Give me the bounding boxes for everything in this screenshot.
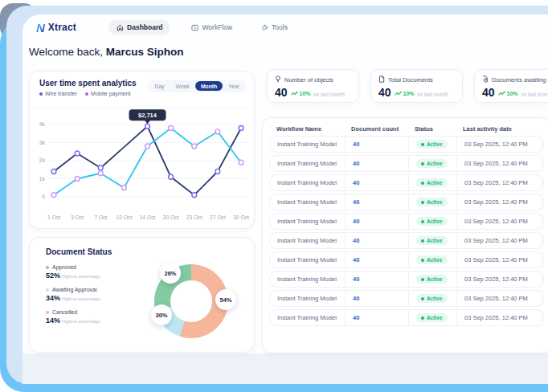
kpi-trend-note: vs last month — [521, 92, 548, 97]
trend-up-icon — [395, 91, 402, 96]
details-cell — [542, 156, 548, 171]
last-activity-cell: 03 Sep 2025, 12:40 PM — [456, 175, 542, 190]
app-logo[interactable]: N Xtract — [36, 22, 76, 34]
last-activity-cell: 03 Sep 2025, 12:40 PM — [456, 137, 542, 152]
svg-text:30 Oct: 30 Oct — [233, 214, 249, 220]
kpi-trend: 10% — [395, 91, 415, 96]
table-row[interactable]: Instant Training Model 40 Active 03 Sep … — [269, 213, 544, 230]
document-count-cell: 40 — [345, 214, 408, 229]
col-last-activity[interactable]: Last activity date — [456, 125, 541, 133]
legend-dot-icon — [39, 92, 43, 96]
tab-month[interactable]: Month — [195, 81, 223, 91]
table-row[interactable]: Instant Training Model 40 Active 03 Sep … — [269, 251, 544, 268]
status-dot-icon — [421, 239, 424, 243]
kpi-documents-awaiting: Documents awaiting ap 40 10% vs last mon… — [474, 69, 548, 103]
legend-value: 52% — [46, 272, 60, 280]
table-row[interactable]: Instant Training Model 40 Active 03 Sep … — [269, 271, 544, 288]
status-text: Active — [427, 199, 443, 205]
document-count-cell: 40 — [345, 291, 408, 306]
legend-wire-transfer: Wire transfer — [39, 91, 77, 96]
table-row[interactable]: Instant Training Model 40 Active 03 Sep … — [269, 155, 544, 172]
tab-week[interactable]: Week — [170, 81, 195, 91]
col-details[interactable]: De — [541, 125, 548, 133]
line-chart-svg: 01k2k3k4k1 Oct3 Oct7 Oct10 Oct14 Oct20 O… — [31, 105, 252, 226]
workflow-name-cell: Instant Training Model — [270, 310, 345, 325]
table-row[interactable]: Instant Training Model 40 Active 03 Sep … — [269, 194, 544, 210]
svg-text:3 Oct: 3 Oct — [71, 214, 84, 220]
table-row[interactable]: Instant Training Model 40 Active 03 Sep … — [269, 290, 544, 307]
kpi-number-of-objects: Number of objects 40 10% vs last month — [267, 69, 359, 103]
nav-label: WorkFlow — [202, 23, 232, 31]
nav-item-workflow[interactable]: WorkFlow — [183, 20, 240, 35]
document-count-cell: 40 — [345, 137, 408, 152]
kpi-trend-value: 10% — [507, 91, 518, 96]
legend-label: Awaiting Approval — [52, 287, 97, 292]
logo-n-icon: N — [36, 22, 45, 34]
analytics-card: User time spent analytics Wire transfer … — [29, 71, 255, 229]
status-cell: Active — [408, 137, 456, 152]
nav-item-dashboard[interactable]: Dashboard — [108, 20, 170, 35]
svg-text:4k: 4k — [39, 121, 46, 127]
table-row[interactable]: Instant Training Model 40 Active 03 Sep … — [269, 232, 544, 249]
page-title: Welcome back, Marcus Siphon — [29, 46, 184, 58]
details-cell — [542, 310, 548, 325]
svg-text:3k: 3k — [39, 140, 46, 145]
nav-item-tools[interactable]: Tools — [253, 20, 296, 35]
table-row[interactable]: Instant Training Model 40 Active 03 Sep … — [269, 174, 544, 191]
workflow-name-cell: Instant Training Model — [270, 194, 345, 210]
status-text: Active — [427, 257, 443, 263]
status-dot-icon — [421, 316, 424, 320]
trend-up-icon — [498, 91, 505, 96]
nav-label: Dashboard — [127, 23, 162, 31]
status-badge: Active — [416, 294, 448, 303]
status-text: Active — [427, 180, 443, 186]
tools-icon — [261, 24, 268, 31]
status-text: Active — [427, 218, 443, 224]
document-status-card: Document Status Approved 52%Highest perc… — [29, 237, 255, 353]
welcome-user-name: Marcus Siphon — [106, 46, 184, 58]
svg-text:7 Oct: 7 Oct — [94, 214, 107, 220]
table-row[interactable]: Instant Training Model 40 Active 03 Sep … — [269, 136, 544, 153]
last-activity-cell: 03 Sep 2025, 12:40 PM — [456, 291, 542, 306]
tab-year[interactable]: Year — [223, 81, 245, 91]
document-count-cell: 40 — [345, 175, 408, 190]
last-activity-cell: 03 Sep 2025, 12:40 PM — [456, 310, 542, 325]
workflow-name-cell: Instant Training Model — [270, 137, 345, 152]
status-dot-icon — [421, 297, 424, 300]
details-cell — [542, 252, 548, 267]
document-count-cell: 40 — [345, 156, 408, 171]
document-clock-icon — [482, 76, 489, 84]
legend-value: 34% — [46, 294, 60, 302]
legend-dot-icon — [46, 311, 49, 314]
nav-label: Tools — [272, 23, 288, 31]
table-header: Workflow Name Document count Status Last… — [269, 122, 544, 136]
legend-approved: Approved 52%Highest percentage — [46, 264, 100, 280]
status-badge: Active — [416, 140, 448, 149]
tab-day[interactable]: Day — [149, 81, 170, 91]
col-workflow-name[interactable]: Workflow Name — [269, 125, 344, 133]
legend-label: Wire transfer — [45, 91, 77, 96]
table-row[interactable]: Instant Training Model 40 Active 03 Sep … — [269, 309, 544, 326]
details-cell — [542, 137, 548, 152]
col-status[interactable]: Status — [407, 125, 456, 133]
kpi-title: Number of objects — [284, 76, 333, 84]
status-cell: Active — [408, 175, 456, 190]
status-badge: Active — [416, 313, 448, 322]
status-text: Active — [427, 161, 443, 166]
document-status-title: Document Status — [46, 247, 112, 256]
kpi-trend: 10% — [291, 91, 311, 96]
col-document-count[interactable]: Document count — [344, 125, 407, 133]
kpi-trend-note: vs last month — [314, 92, 345, 97]
svg-text:1k: 1k — [39, 176, 46, 182]
legend-label: Approved — [52, 264, 76, 270]
kpi-total-documents: Total Documents 40 10% vs last month — [370, 69, 463, 103]
status-text: Active — [427, 141, 443, 147]
legend-value: 14% — [46, 316, 60, 325]
status-cell: Active — [408, 252, 456, 267]
status-dot-icon — [421, 182, 424, 185]
legend-dot-icon — [46, 266, 49, 269]
legend-note: Highest percentage — [62, 319, 100, 324]
status-badge: Active — [416, 255, 448, 264]
svg-text:2k: 2k — [39, 157, 46, 163]
kpi-value: 40 — [482, 87, 495, 98]
